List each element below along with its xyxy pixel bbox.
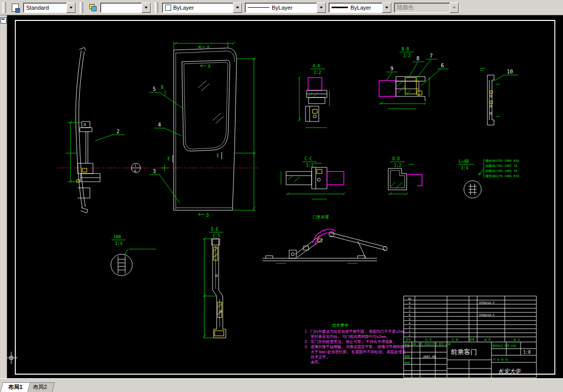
section-ee-label: E-E: [211, 227, 219, 232]
callout-9: 9: [390, 66, 393, 71]
linetype-sample-icon: [248, 7, 269, 8]
color-dropdown-button[interactable]: [233, 3, 242, 13]
bolt-part-3: 垫圈GB/T95-1985 10: [485, 169, 518, 173]
callout-4: 4: [158, 122, 161, 128]
callout-8: 8: [416, 56, 419, 61]
styles-toolbar: Standard ByLayer ByLayer ByLayer 随颜色: [0, 0, 563, 15]
text-style-icon[interactable]: [10, 2, 21, 13]
row-10: 10: [408, 297, 411, 300]
row-9: 9: [409, 301, 410, 304]
row-1: 1: [409, 334, 410, 337]
notes-line-6: 技术文件,: [304, 355, 329, 359]
section-dd-label: D-D: [392, 157, 400, 161]
drawing-area[interactable]: 2 A A B D E E 7 6 5: [7, 15, 563, 378]
section-mark-b: B: [161, 85, 163, 90]
left-detail-scale: 1:4: [115, 241, 123, 246]
left-dock-toolbar: [0, 15, 7, 378]
layout-tab-bar: 布局1 布局2: [0, 378, 563, 392]
lineweight-dropdown-button[interactable]: [382, 3, 391, 13]
tab-layout2-label: 布局2: [33, 383, 47, 391]
callout-7: 7: [430, 53, 433, 59]
detail-10: 10: [480, 68, 518, 125]
section-ee-scale: 1:5: [213, 234, 220, 238]
right-header: 图样标记 质量 比例: [492, 344, 516, 348]
linetype-dropdown-button[interactable]: [317, 3, 326, 13]
color-value: ByLayer: [173, 5, 194, 11]
notes-line-4: 3、玻璃升降平稳顺畅, 升降器固定牢靠, 玻璃与导槽间隙(不: [304, 345, 410, 349]
layer-dropdown-button[interactable]: [142, 3, 151, 13]
section-ee: E-E 1:5: [203, 227, 226, 338]
row-8: 8: [409, 305, 410, 308]
bolt-part-2: 垫圈GB/T93-1987 10: [485, 164, 518, 168]
drawing-scale: 1:8: [523, 350, 531, 355]
callout-2: 2: [116, 129, 120, 134]
section-cc-label: C-C: [304, 157, 312, 161]
row-6: 6: [409, 313, 410, 316]
callout-6: 6: [441, 63, 444, 68]
tab-layout1-label: 布局1: [8, 383, 22, 391]
notes-line-5: 大于3mm)处涂密封胶, 各紧固件不得松动, 表面处理见: [304, 350, 406, 354]
chevron-down-icon: [320, 7, 323, 9]
left-detail-dim: 100: [113, 235, 121, 239]
section-dd-scale: 1:2: [394, 163, 402, 168]
pump-label: 门泵吊臂: [313, 214, 329, 219]
notes-title: 技术要求: [332, 323, 348, 328]
plotstyle-dropdown-button: [450, 3, 459, 13]
notes-line-3: 2、车门开闭轻便灵活, 锁止可靠, 不得有卡滞现象,: [304, 339, 395, 344]
lineweight-sample-icon: [332, 7, 348, 8]
section-mark-e-left: E: [168, 157, 170, 161]
row-7: 7: [409, 309, 410, 312]
section-bb-scale: 1:2: [403, 54, 411, 58]
section-aa: A-A 1:2: [298, 64, 330, 128]
callout-10: 10: [507, 69, 513, 75]
tab-layout1[interactable]: 布局1: [1, 382, 31, 392]
chevron-down-icon: [145, 7, 148, 9]
sheet-frame: [15, 20, 555, 374]
left-detail: 100 1:4: [111, 235, 156, 276]
draw-tool-icon[interactable]: [1, 17, 7, 23]
crosshair-cursor: [7, 352, 17, 364]
left-profile-view: 2: [65, 47, 125, 213]
bolt-detail-dim: L=40: [459, 159, 468, 164]
color-combo[interactable]: ByLayer: [162, 3, 243, 13]
bolt-part-1: 螺栓GB5783-1986 M10: [485, 159, 520, 163]
linetype-combo[interactable]: ByLayer: [245, 3, 326, 13]
drawing-title: 前乘客门: [451, 348, 477, 356]
toolbar-grip[interactable]: [155, 2, 158, 13]
text-style-dropdown-button[interactable]: [66, 3, 76, 13]
bolt-detail-scale: 1:4: [461, 166, 468, 170]
main-door-view: A A B D E E 7 6 5 4 3: [131, 42, 255, 218]
header-material: 材 料: [484, 338, 491, 341]
material-a: AlMgSi0.5: [479, 301, 495, 305]
bolt-part-4: 螺母GB6170-1986 M10: [485, 174, 520, 178]
section-aa-scale: 1:2: [314, 70, 321, 75]
bolt-detail: L=40 1:4 螺栓GB5783-1986 M10 垫圈GB/T93-1987…: [458, 159, 520, 198]
lineweight-combo[interactable]: ByLayer: [329, 3, 392, 13]
color-swatch-icon: [165, 5, 171, 11]
date: 2007.08: [423, 355, 436, 358]
plotstyle-combo: 随颜色: [394, 3, 459, 13]
notes-line-2: 密封条安装到位, 与门框四周间隙均匀≤2mm,: [304, 334, 388, 339]
callout-5: 5: [153, 86, 156, 92]
notes-line-7: 余同。: [304, 360, 322, 364]
notes-line-1: 1、门内外蒙皮与骨架粘接平整牢固, 表面凹凸不平度≤1mm,: [304, 329, 407, 334]
cad-drawing: 2 A A B D E E 7 6 5: [7, 15, 563, 378]
toolbar-grip[interactable]: [80, 2, 83, 13]
lineweight-value: ByLayer: [350, 5, 371, 11]
material-b: AlMgSi0.5: [479, 313, 495, 317]
organization: 长安大学: [498, 368, 521, 375]
row-2: 2: [409, 330, 410, 333]
header-code: 代 号: [425, 338, 432, 341]
text-style-combo[interactable]: Standard: [23, 3, 76, 13]
text-style-value: Standard: [26, 5, 49, 11]
layer-properties-icon[interactable]: [87, 2, 98, 13]
layer-combo[interactable]: [100, 3, 151, 13]
chevron-down-icon: [69, 7, 73, 9]
callout-3: 3: [153, 168, 156, 174]
toolbar-grip[interactable]: [3, 2, 6, 13]
chevron-down-icon: [236, 7, 239, 9]
section-mark-e-right: E: [217, 154, 219, 158]
section-mark-a-window: A: [208, 64, 210, 69]
sign-label-2: 校核: [404, 361, 410, 364]
section-mark-d: D: [206, 213, 209, 218]
